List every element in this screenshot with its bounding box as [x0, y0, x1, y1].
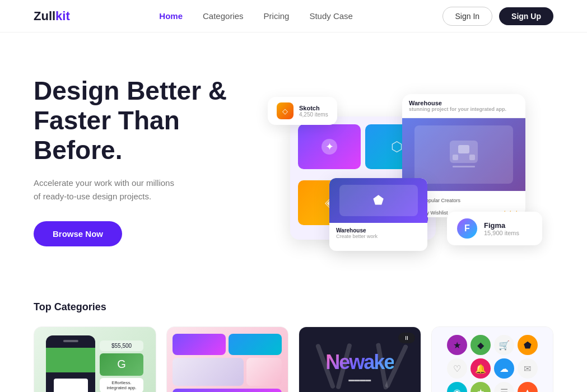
nav-actions: Sign In Sign Up: [442, 7, 553, 26]
website-accent: [173, 389, 282, 392]
icon-circle-3: 🛒: [494, 335, 514, 355]
hero-text: Design Better & Faster Than Before. Acce…: [34, 76, 269, 246]
figma-badge: F Figma 15,900 items: [447, 212, 542, 245]
cat-card-mobile-ui-kit[interactable]: $55,500 G Effortless.integrated app. Mob…: [34, 326, 156, 392]
mobile-stat-1: $55,500: [100, 340, 143, 351]
warehouse-desc: stunning project for your integrated app…: [409, 106, 519, 112]
icon-circle-8: ✉: [518, 358, 538, 379]
signup-button[interactable]: Sign Up: [499, 7, 553, 25]
signin-button[interactable]: Sign In: [442, 7, 493, 26]
categories-section: Top Categories $55,500 G Effortless.inte…: [0, 279, 587, 392]
thumb-purple: ✦: [298, 124, 361, 169]
icon-circle-2: ◆: [470, 335, 491, 355]
small-card-icon: ⬟: [339, 185, 418, 216]
website-card-large: [173, 358, 244, 386]
hero-visual: ◇ Skotch 4,250 items ✦ ⬡ ◈ ⬟ Warehouse s…: [273, 66, 553, 256]
mobile-effortless: Effortless.integrated app.: [100, 378, 143, 393]
sketch-badge-title: Skotch: [299, 105, 328, 111]
svg-text:✦: ✦: [325, 141, 334, 152]
cat-image-fonts: Newake ▬▬▬▬ ⏸: [299, 327, 421, 392]
small-hero-card: ⬟ Warehouse Create better work: [329, 178, 427, 251]
cat-image-website: [167, 327, 288, 392]
navbar: Zullkit Home Categories Pricing Study Ca…: [0, 0, 587, 32]
icon-circle-12: ▲: [518, 382, 538, 392]
google-icon: G: [100, 353, 143, 376]
wb-label-1: Popular Creators: [422, 198, 460, 203]
cat-card-website-ui-kit[interactable]: Website UI Kit 1 items: [166, 326, 289, 392]
icon-circle-7: ☁: [494, 358, 514, 379]
figma-badge-count: 15,900 items: [484, 230, 519, 236]
small-card-title: Warehouse: [336, 227, 421, 234]
fonts-subtext: ▬▬▬▬: [325, 376, 394, 382]
icon-circle-1: ★: [447, 335, 467, 355]
icon-circle-6: 🔔: [470, 358, 491, 379]
sketch-icon: ◇: [277, 102, 294, 119]
download-badge: ⏸: [398, 333, 415, 343]
cat-card-icon-set[interactable]: ★ ◆ 🛒 ⬟ ♡ 🔔 ☁ ✉ ◉ ★ ☰ ▲ Icon Set 0 items: [431, 326, 554, 392]
website-card-2: [229, 334, 282, 355]
section-title: Top Categories: [34, 301, 553, 313]
logo: Zullkit: [34, 9, 70, 24]
category-grid: $55,500 G Effortless.integrated app. Mob…: [34, 326, 553, 392]
cat-image-iconset: ★ ◆ 🛒 ⬟ ♡ 🔔 ☁ ✉ ◉ ★ ☰ ▲: [432, 327, 553, 392]
hero-section: Design Better & Faster Than Before. Acce…: [0, 32, 587, 279]
cat-image-mobile: $55,500 G Effortless.integrated app.: [34, 327, 156, 392]
sketch-badge: ◇ Skotch 4,250 items: [268, 97, 337, 125]
icon-circle-4: ⬟: [518, 335, 538, 355]
icon-circle-11: ☰: [494, 382, 514, 392]
nav-categories[interactable]: Categories: [203, 11, 244, 21]
icon-circle-5: ♡: [447, 358, 467, 379]
mobile-screen: [46, 335, 95, 392]
icon-circle-10: ★: [470, 382, 491, 392]
small-card-subtitle: Create better work: [336, 234, 421, 239]
website-card-pink: [246, 358, 282, 386]
sketch-badge-count: 4,250 items: [299, 111, 328, 118]
nav-links: Home Categories Pricing Study Case: [159, 11, 353, 21]
fonts-headline-text: Newake: [325, 351, 394, 374]
icon-circle-9: ◉: [447, 382, 467, 392]
svg-rect-6: [469, 155, 475, 160]
figma-icon: F: [457, 218, 477, 239]
nav-home[interactable]: Home: [159, 11, 183, 21]
warehouse-title: Warehouse: [409, 100, 519, 106]
cat-card-fonts[interactable]: Newake ▬▬▬▬ ⏸ Fonts 0 items: [299, 326, 421, 392]
small-card-image: ⬟: [329, 178, 427, 223]
hero-headline: Design Better & Faster Than Before.: [34, 76, 269, 165]
nav-study-case[interactable]: Study Case: [309, 11, 353, 21]
figma-badge-title: Figma: [484, 221, 519, 230]
svg-rect-4: [458, 145, 469, 153]
nav-pricing[interactable]: Pricing: [264, 11, 290, 21]
hero-subtext: Accelerate your work with our millionsof…: [34, 176, 269, 203]
svg-rect-5: [453, 155, 458, 160]
svg-rect-3: [453, 166, 475, 167]
browse-now-button[interactable]: Browse Now: [34, 221, 122, 246]
website-card-1: [173, 334, 226, 355]
